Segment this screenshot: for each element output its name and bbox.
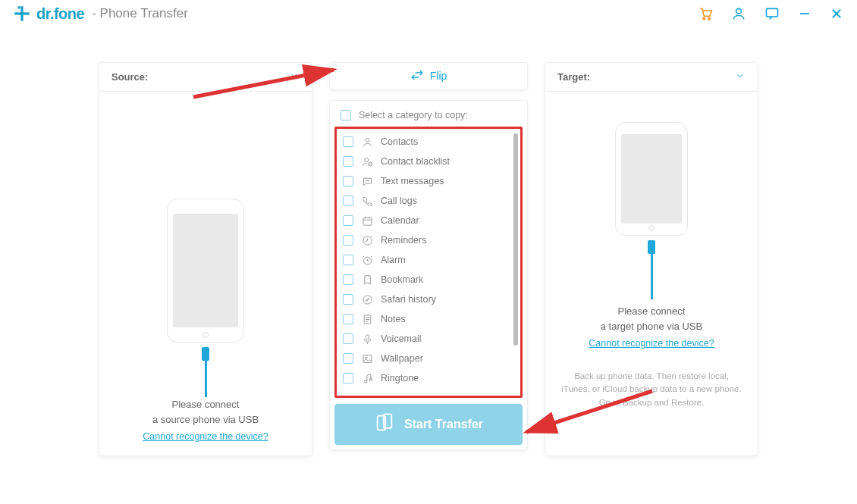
notes-icon bbox=[361, 313, 373, 325]
svg-point-35 bbox=[364, 380, 367, 383]
category-item[interactable]: Wallpaper bbox=[338, 349, 519, 368]
category-item[interactable]: Contact blacklist bbox=[338, 152, 519, 171]
category-item[interactable]: Safari history bbox=[338, 290, 519, 309]
category-checkbox[interactable] bbox=[343, 215, 353, 226]
select-all-label: Select a category to copy: bbox=[359, 110, 468, 121]
category-item[interactable]: Ringtone bbox=[338, 368, 519, 388]
category-item[interactable]: Reminders bbox=[338, 230, 519, 250]
category-scroll[interactable]: ContactsContact blacklistText messagesCa… bbox=[338, 132, 519, 393]
category-label: Bookmark bbox=[381, 274, 423, 285]
category-item[interactable]: Text messages bbox=[338, 171, 519, 191]
user-icon[interactable] bbox=[731, 6, 746, 21]
phone-placeholder-icon bbox=[615, 122, 688, 236]
phone-placeholder-icon bbox=[167, 199, 244, 343]
chevron-down-icon bbox=[289, 70, 300, 83]
category-checkbox[interactable] bbox=[343, 373, 353, 383]
alarm-icon bbox=[361, 254, 373, 266]
category-checkbox[interactable] bbox=[343, 255, 353, 265]
category-checkbox[interactable] bbox=[343, 136, 353, 147]
app-logo-icon bbox=[12, 4, 32, 23]
category-list-highlight: ContactsContact blacklistText messagesCa… bbox=[334, 127, 523, 398]
minimize-icon[interactable] bbox=[798, 7, 811, 20]
category-checkbox[interactable] bbox=[343, 176, 353, 186]
flip-button[interactable]: Flip bbox=[329, 62, 528, 89]
target-header[interactable]: Target: bbox=[545, 63, 758, 92]
category-item[interactable]: Voicemail bbox=[338, 329, 519, 349]
select-all-checkbox[interactable] bbox=[341, 110, 351, 121]
source-panel: Source: Please connect a source phone vi… bbox=[99, 62, 312, 456]
phones-icon bbox=[374, 412, 395, 437]
flip-icon bbox=[410, 68, 424, 84]
phone-icon bbox=[361, 195, 373, 207]
window-controls bbox=[698, 6, 843, 21]
svg-rect-31 bbox=[366, 334, 369, 340]
category-label: Reminders bbox=[381, 235, 426, 246]
mic-icon bbox=[361, 333, 373, 345]
category-label: Contact blacklist bbox=[381, 156, 450, 167]
target-hint: Back up phone data. Then restore local, … bbox=[545, 370, 758, 409]
flip-label: Flip bbox=[430, 70, 447, 82]
center-column: Flip Select a category to copy: Contacts… bbox=[329, 62, 528, 456]
category-label: Voicemail bbox=[381, 333, 422, 344]
category-item[interactable]: Voice Memos bbox=[338, 388, 519, 393]
target-phone-area: Please connect a target phone via USB Ca… bbox=[545, 92, 758, 455]
category-label: Text messages bbox=[381, 176, 444, 186]
svg-point-14 bbox=[366, 180, 366, 180]
brand-name: dr.fone bbox=[36, 5, 84, 23]
svg-point-3 bbox=[703, 17, 705, 19]
source-recognize-link[interactable]: Cannot recognize the device? bbox=[143, 431, 268, 442]
target-recognize-link[interactable]: Cannot recognize the device? bbox=[589, 338, 714, 349]
source-phone-area: Please connect a source phone via USB Ca… bbox=[99, 92, 312, 455]
cart-icon[interactable] bbox=[698, 6, 713, 21]
svg-rect-33 bbox=[363, 355, 371, 362]
image-icon bbox=[361, 352, 373, 365]
category-item[interactable]: Bookmark bbox=[338, 270, 519, 290]
message-icon bbox=[361, 175, 373, 187]
svg-line-24 bbox=[370, 255, 372, 257]
app-title: - Phone Transfer bbox=[92, 6, 188, 21]
category-checkbox[interactable] bbox=[343, 235, 353, 246]
category-label: Contacts bbox=[381, 136, 418, 147]
bookmark-icon bbox=[361, 274, 373, 286]
audio-icon bbox=[361, 392, 373, 393]
category-checkbox[interactable] bbox=[343, 333, 353, 344]
source-label: Source: bbox=[111, 71, 148, 83]
source-header[interactable]: Source: bbox=[99, 63, 312, 92]
reminder-icon bbox=[361, 234, 373, 246]
svg-marker-26 bbox=[366, 298, 369, 301]
svg-point-10 bbox=[366, 138, 369, 142]
select-all-row[interactable]: Select a category to copy: bbox=[330, 105, 527, 127]
category-item[interactable]: Calendar bbox=[338, 211, 519, 230]
category-checkbox[interactable] bbox=[343, 353, 353, 364]
svg-point-16 bbox=[368, 180, 369, 180]
start-transfer-button[interactable]: Start Transfer bbox=[334, 404, 523, 445]
category-checkbox[interactable] bbox=[343, 294, 353, 305]
titlebar: dr.fone - Phone Transfer bbox=[0, 0, 857, 33]
usb-cable-icon bbox=[648, 240, 655, 299]
start-transfer-label: Start Transfer bbox=[404, 418, 483, 431]
person-icon bbox=[361, 136, 373, 148]
category-item[interactable]: Contacts bbox=[338, 132, 519, 152]
brand: dr.fone - Phone Transfer bbox=[12, 4, 188, 23]
category-item[interactable]: Alarm bbox=[338, 250, 519, 270]
category-checkbox[interactable] bbox=[343, 156, 353, 167]
category-checkbox[interactable] bbox=[343, 314, 353, 324]
scrollbar[interactable] bbox=[513, 133, 518, 346]
close-icon[interactable] bbox=[830, 7, 843, 20]
main-area: Source: Please connect a source phone vi… bbox=[0, 33, 857, 456]
svg-point-11 bbox=[364, 158, 368, 161]
category-label: Wallpaper bbox=[381, 353, 423, 364]
category-checkbox[interactable] bbox=[343, 196, 353, 206]
compass-icon bbox=[361, 293, 373, 305]
target-label: Target: bbox=[557, 71, 590, 83]
category-item[interactable]: Call logs bbox=[338, 191, 519, 211]
category-label: Safari history bbox=[381, 294, 436, 305]
category-label: Calendar bbox=[381, 215, 419, 226]
music-icon bbox=[361, 372, 373, 384]
category-checkbox[interactable] bbox=[343, 274, 353, 285]
svg-line-23 bbox=[363, 255, 364, 257]
target-connect-message: Please connect a target phone via USB bbox=[601, 304, 702, 333]
category-panel: Select a category to copy: ContactsConta… bbox=[329, 100, 528, 450]
feedback-icon[interactable] bbox=[764, 6, 780, 21]
category-item[interactable]: Notes bbox=[338, 309, 519, 329]
